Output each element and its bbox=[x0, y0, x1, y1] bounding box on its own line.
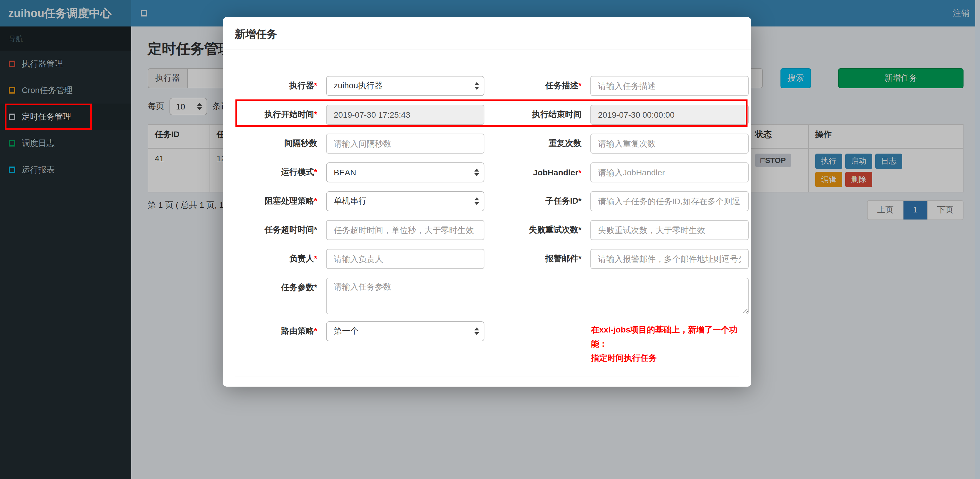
required-asterisk: * bbox=[578, 254, 582, 263]
job-param-textarea[interactable] bbox=[326, 278, 749, 314]
feature-note-line2: 指定时间执行任务 bbox=[591, 351, 749, 365]
start-time-label: 执行开始时间* bbox=[235, 110, 326, 120]
glue-type-select[interactable]: BEAN bbox=[326, 162, 484, 182]
interval-input[interactable] bbox=[326, 134, 484, 154]
required-asterisk: * bbox=[578, 81, 582, 90]
block-strategy-select-value: 单机串行 bbox=[334, 196, 367, 207]
form-row-exec-time: 执行开始时间* 执行结束时间 bbox=[235, 105, 739, 125]
executor-label: 执行器* bbox=[235, 81, 326, 91]
required-asterisk: * bbox=[314, 326, 317, 336]
route-strategy-label: 路由策略* bbox=[235, 326, 326, 337]
timeout-input[interactable] bbox=[326, 220, 484, 240]
job-desc-label: 任务描述* bbox=[484, 81, 590, 91]
required-asterisk: * bbox=[314, 225, 317, 234]
select-stepper-icon bbox=[474, 82, 479, 90]
feature-note: 在xxl-jobs项目的基础上，新增了一个功能： 指定时间执行任务 bbox=[591, 323, 749, 365]
alarm-email-input[interactable] bbox=[590, 249, 749, 269]
end-time-label: 执行结束时间 bbox=[484, 110, 590, 120]
required-asterisk: * bbox=[314, 110, 317, 119]
form-row-block: 阻塞处理策略* 单机串行 子任务ID* bbox=[235, 191, 739, 211]
child-job-label: 子任务ID* bbox=[484, 196, 590, 207]
modal-footer: 保存 取消 bbox=[235, 377, 739, 387]
required-asterisk: * bbox=[314, 81, 317, 90]
route-strategy-select-value: 第一个 bbox=[334, 326, 358, 337]
executor-select-value: zuihou执行器 bbox=[334, 81, 383, 91]
required-asterisk: * bbox=[314, 167, 317, 177]
modal-title: 新增任务 bbox=[223, 17, 751, 49]
form-row-timeout: 任务超时时间* 失败重试次数* bbox=[235, 220, 739, 240]
form-row-param: 任务参数* bbox=[235, 278, 739, 314]
interval-label: 间隔秒数 bbox=[235, 138, 326, 149]
add-job-modal: 新增任务 执行器* zuihou执行器 任务描述* 执行开始时间* 执行结束时间… bbox=[223, 17, 751, 387]
form-row-owner: 负责人* 报警邮件* bbox=[235, 249, 739, 269]
start-time-input[interactable] bbox=[326, 105, 484, 125]
end-time-input[interactable] bbox=[590, 105, 749, 125]
glue-type-label: 运行模式* bbox=[235, 167, 326, 178]
repeat-label: 重复次数 bbox=[484, 138, 590, 149]
route-strategy-select[interactable]: 第一个 bbox=[326, 321, 484, 341]
select-stepper-icon bbox=[474, 169, 479, 176]
owner-input[interactable] bbox=[326, 249, 484, 269]
job-handler-label: JobHandler* bbox=[484, 168, 590, 177]
form-row-interval: 间隔秒数 重复次数 bbox=[235, 134, 739, 154]
job-param-label: 任务参数* bbox=[235, 282, 326, 293]
required-asterisk: * bbox=[578, 225, 582, 234]
repeat-input[interactable] bbox=[590, 134, 749, 154]
owner-label: 负责人* bbox=[235, 254, 326, 264]
app-root: zuihou任务调度中心 注销 导航 执行器管理 Cron任务管理 定时任务管理… bbox=[0, 0, 980, 479]
form-row-route: 路由策略* 第一个 在xxl-jobs项目的基础上，新增了一个功能： 指定时间执… bbox=[235, 321, 739, 365]
job-desc-input[interactable] bbox=[590, 76, 749, 96]
block-strategy-select[interactable]: 单机串行 bbox=[326, 191, 484, 211]
executor-select[interactable]: zuihou执行器 bbox=[326, 76, 484, 96]
form-row-executor: 执行器* zuihou执行器 任务描述* bbox=[235, 76, 739, 96]
required-asterisk: * bbox=[314, 282, 317, 292]
scrollbar[interactable] bbox=[975, 0, 980, 479]
job-handler-input[interactable] bbox=[590, 162, 749, 182]
child-job-input[interactable] bbox=[590, 191, 749, 211]
retry-input[interactable] bbox=[590, 220, 749, 240]
required-asterisk: * bbox=[578, 196, 582, 205]
alarm-email-label: 报警邮件* bbox=[484, 254, 590, 264]
required-asterisk: * bbox=[314, 254, 317, 263]
glue-type-select-value: BEAN bbox=[334, 168, 356, 177]
required-asterisk: * bbox=[578, 168, 582, 177]
block-strategy-label: 阻塞处理策略* bbox=[235, 196, 326, 207]
timeout-label: 任务超时时间* bbox=[235, 225, 326, 236]
retry-label: 失败重试次数* bbox=[484, 225, 590, 236]
select-stepper-icon bbox=[474, 328, 479, 335]
form-row-glue: 运行模式* BEAN JobHandler* bbox=[235, 162, 739, 182]
select-stepper-icon bbox=[474, 197, 479, 205]
required-asterisk: * bbox=[314, 196, 317, 205]
modal-body: 执行器* zuihou执行器 任务描述* 执行开始时间* 执行结束时间 间隔秒数… bbox=[223, 49, 751, 387]
feature-note-line1: 在xxl-jobs项目的基础上，新增了一个功能： bbox=[591, 323, 749, 351]
